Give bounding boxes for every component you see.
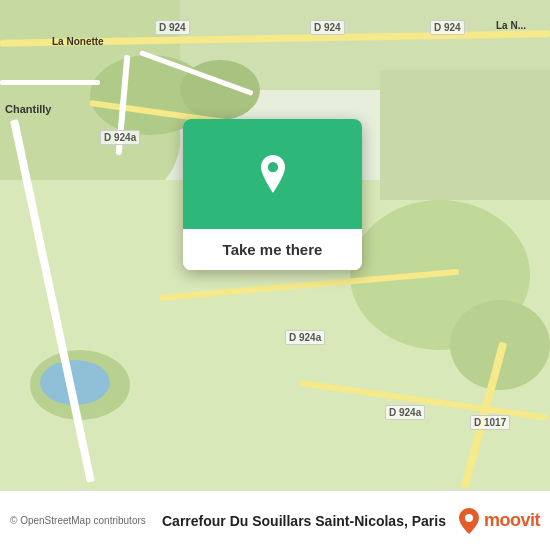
moovit-brand-text: moovit [484,510,540,531]
location-title: Carrefour Du Souillars Saint-Nicolas, Pa… [162,513,450,529]
copyright-text: © OpenStreetMap contributors [10,515,154,526]
take-me-there-button[interactable]: Take me there [183,229,362,270]
popup-green-header [183,119,362,229]
road-label-d924a-3: D 924a [385,405,425,420]
svg-point-1 [465,514,473,522]
location-pin-icon [254,155,292,193]
road-white-3 [0,80,100,85]
popup-card[interactable]: Take me there [183,119,362,270]
road-label-d924-1: D 924 [155,20,190,35]
bottom-bar: © OpenStreetMap contributors Carrefour D… [0,490,550,550]
road-label-d924-2: D 924 [310,20,345,35]
map-container[interactable]: D 924 D 924 D 924 D 924a D 924a D 924a D… [0,0,550,490]
svg-point-0 [267,162,277,172]
town-lanonette: La Nonette [52,36,104,47]
road-label-d924a-2: D 924a [285,330,325,345]
road-label-d924-3: D 924 [430,20,465,35]
road-label-d924a-1: D 924a [100,130,140,145]
town-la-n: La N... [496,20,526,31]
moovit-logo[interactable]: moovit [458,508,540,534]
road-label-d1017: D 1017 [470,415,510,430]
town-chantilly: Chantilly [5,103,51,115]
forest-right [380,70,550,200]
moovit-pin-icon [458,508,480,534]
